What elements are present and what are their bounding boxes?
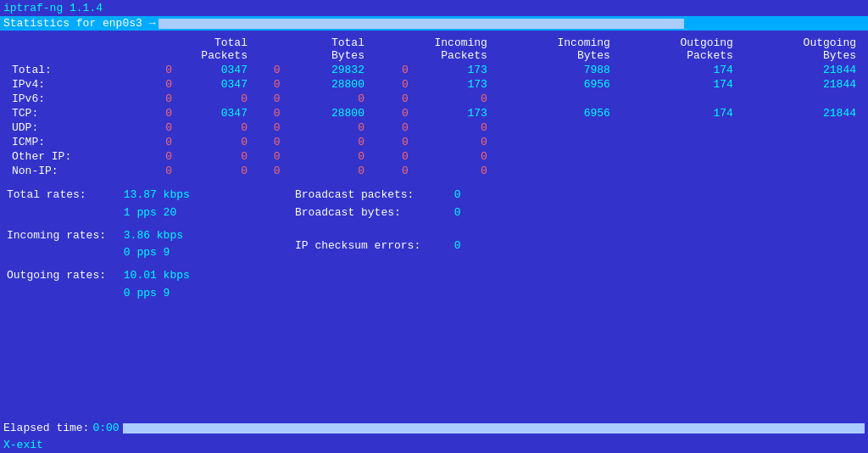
checksum-value: 0 <box>454 239 461 252</box>
row-cell: 0 <box>370 77 414 92</box>
row-cell: 0 <box>177 149 253 164</box>
exit-bar[interactable]: X-exit <box>0 437 868 453</box>
row-cell: 0 <box>177 92 253 106</box>
row-cell <box>492 92 615 106</box>
table-row: IPv4:003470288000173695617421844 <box>7 77 861 92</box>
row-cell: 0347 <box>177 63 253 77</box>
row-cell: 0347 <box>177 106 253 120</box>
row-cell: 0 <box>286 92 370 106</box>
row-cell <box>615 120 738 135</box>
row-cell <box>615 92 738 106</box>
incoming-rates-label: Incoming rates: <box>7 227 117 245</box>
col-incoming-packets-header: Incoming Packets <box>370 36 492 63</box>
elapsed-bar: Elapsed time: 0:00 <box>0 420 868 436</box>
row-cell: 0 <box>370 92 414 106</box>
row-cell: 0 <box>370 135 414 149</box>
row-label: TCP: <box>7 106 142 120</box>
outgoing-rates-value2: 0 pps 9 <box>124 287 170 299</box>
row-cell: 0 <box>370 106 414 120</box>
row-cell: 0 <box>286 135 370 149</box>
row-cell: 0 <box>142 77 177 92</box>
incoming-rates-line2: 0 pps 9 <box>7 244 295 262</box>
row-label: Total: <box>7 63 142 77</box>
row-cell: 0 <box>370 149 414 164</box>
rates-broadcast: Total rates: 13.87 kbps 1 pps 20 Incomin… <box>7 187 861 303</box>
stats-table: Total Packets Total Bytes Incoming Packe… <box>7 36 861 178</box>
checksum-line: IP checksum errors: 0 <box>295 238 861 255</box>
row-cell: 0 <box>253 135 286 149</box>
table-row: Total:003470298320173798817421844 <box>7 63 861 77</box>
row-cell: 0 <box>142 149 177 164</box>
row-cell: 0 <box>142 106 177 120</box>
checksum-label: IP checksum errors: <box>295 238 448 255</box>
title-bar: iptraf-ng 1.1.4 <box>0 0 868 16</box>
row-label: Non-IP: <box>7 164 142 178</box>
row-label: IPv6: <box>7 92 142 106</box>
total-rates-label: Total rates: <box>7 187 117 204</box>
row-cell: 0 <box>253 92 286 106</box>
elapsed-label: Elapsed time: <box>3 422 89 434</box>
row-cell: 0 <box>414 149 492 164</box>
row-cell: 0 <box>142 63 177 77</box>
col-incoming-bytes-header: Incoming Bytes <box>492 36 615 63</box>
row-cell <box>738 149 861 164</box>
outgoing-rates-line1: Outgoing rates: 10.01 kbps <box>7 267 295 285</box>
broadcast-packets-label: Broadcast packets: <box>295 187 448 204</box>
app-title: iptraf-ng 1.1.4 <box>3 2 103 14</box>
row-cell: 173 <box>414 106 492 120</box>
row-cell: 6956 <box>492 77 615 92</box>
rates-left: Total rates: 13.87 kbps 1 pps 20 Incomin… <box>7 187 295 303</box>
row-cell: 28800 <box>286 106 370 120</box>
row-cell: 21844 <box>738 77 861 92</box>
elapsed-progress-bar <box>123 423 865 433</box>
broadcast-bytes-label: Broadcast bytes: <box>295 204 448 222</box>
row-cell <box>615 135 738 149</box>
row-cell: 0 <box>286 164 370 178</box>
outgoing-rates-line2: 0 pps 9 <box>7 285 295 303</box>
row-cell <box>738 135 861 149</box>
row-cell <box>492 135 615 149</box>
rates-right: Broadcast packets: 0 Broadcast bytes: 0 … <box>295 187 861 303</box>
row-cell: 0 <box>414 164 492 178</box>
row-cell: 7988 <box>492 63 615 77</box>
table-row: TCP:003470288000173695617421844 <box>7 106 861 120</box>
row-cell: 0 <box>414 135 492 149</box>
row-cell: 28800 <box>286 77 370 92</box>
row-cell: 29832 <box>286 63 370 77</box>
table-row: Non-IP:000000 <box>7 164 861 178</box>
row-cell <box>492 149 615 164</box>
row-cell: 174 <box>615 77 738 92</box>
row-cell: 0 <box>142 135 177 149</box>
incoming-rates-line1: Incoming rates: 3.86 kbps <box>7 227 295 245</box>
row-cell <box>492 120 615 135</box>
total-rates-line1: Total rates: 13.87 kbps <box>7 187 295 204</box>
row-cell: 174 <box>615 63 738 77</box>
col-outgoing-packets-header: Outgoing Packets <box>615 36 738 63</box>
row-cell <box>615 164 738 178</box>
row-cell: 173 <box>414 63 492 77</box>
broadcast-packets-line: Broadcast packets: 0 <box>295 187 861 204</box>
outgoing-rates-value1: 10.01 kbps <box>124 269 190 282</box>
table-body: Total:003470298320173798817421844IPv4:00… <box>7 63 861 178</box>
table-row: IPv6:000000 <box>7 92 861 106</box>
total-rates-value1: 13.87 kbps <box>124 188 190 201</box>
col-total-packets-header: Total Packets <box>142 36 253 63</box>
row-cell: 21844 <box>738 106 861 120</box>
exit-label[interactable]: X-exit <box>3 439 43 451</box>
col-empty <box>7 36 142 63</box>
row-label: UDP: <box>7 120 142 135</box>
row-cell <box>492 164 615 178</box>
row-cell <box>738 92 861 106</box>
row-cell: 0 <box>253 149 286 164</box>
row-cell <box>615 149 738 164</box>
interface-bar: Statistics for enp0s3 → <box>0 16 868 31</box>
row-cell: 0 <box>177 135 253 149</box>
row-cell: 0 <box>253 120 286 135</box>
row-cell: 0 <box>253 77 286 92</box>
row-cell: 0 <box>286 120 370 135</box>
col-outgoing-bytes-header: Outgoing Bytes <box>738 36 861 63</box>
row-cell: 0 <box>414 120 492 135</box>
row-label: Other IP: <box>7 149 142 164</box>
row-cell: 0 <box>177 164 253 178</box>
row-cell: 174 <box>615 106 738 120</box>
